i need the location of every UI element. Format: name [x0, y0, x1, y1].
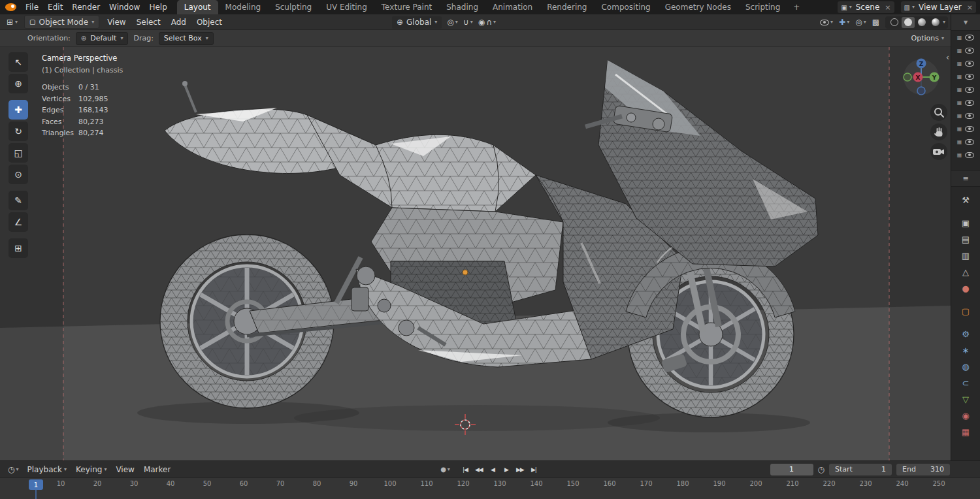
chevron-down-icon[interactable]: ▾ [849, 5, 852, 10]
properties-tab-object[interactable]: ▢ [955, 303, 977, 319]
transport-play-reverse[interactable]: ◀ [487, 463, 498, 475]
hide-in-viewport-eye-icon[interactable] [965, 87, 974, 93]
workspace-tab[interactable]: Animation [485, 0, 540, 14]
hide-in-viewport-eye-icon[interactable] [965, 126, 974, 132]
unlink-scene-icon[interactable]: × [883, 3, 890, 12]
chevron-down-icon[interactable]: ▾ [943, 20, 945, 25]
snap-controls[interactable]: ∪ ▾ [463, 18, 473, 26]
gizmo-negative-z[interactable] [917, 87, 925, 95]
workspace-tab[interactable]: Shading [439, 0, 485, 14]
hide-in-viewport-eye-icon[interactable] [965, 61, 974, 67]
filter-icon[interactable]: ▼ [964, 20, 968, 25]
timeline-menu[interactable]: Keying ▾ [71, 465, 111, 474]
transport-next-keyframe[interactable]: ▶▶ [514, 463, 526, 475]
app-menu[interactable]: Window [105, 3, 144, 12]
proportional-editing-controls[interactable]: ◉ ∩ ▾ [478, 18, 496, 26]
timeline-menu[interactable]: Marker [139, 465, 175, 474]
outliner-row[interactable]: ▦ [951, 109, 980, 122]
snap-magnet-icon[interactable]: ∪ [463, 18, 469, 26]
transport-jump-to-end[interactable]: ▶| [528, 463, 540, 475]
hide-in-viewport-eye-icon[interactable] [965, 74, 974, 80]
workspace-tab[interactable]: Sculpting [268, 0, 319, 14]
mode-dropdown[interactable]: ▢ Object Mode ▾ [24, 15, 99, 29]
properties-tab-world[interactable]: ● [955, 280, 977, 297]
properties-tab-constraints[interactable]: ⊂ [955, 375, 977, 391]
chevron-down-icon[interactable]: ▾ [493, 20, 496, 25]
transport-jump-to-start[interactable]: |◀ [459, 463, 471, 475]
viewport-menu[interactable]: Select [131, 18, 166, 27]
viewport-menu[interactable]: Object [191, 18, 227, 27]
transport-play[interactable]: ▶ [500, 463, 512, 475]
workspace-tab[interactable]: Texture Paint [374, 0, 439, 14]
properties-tab-texture[interactable]: ▦ [955, 424, 977, 440]
properties-tab-render[interactable]: ▣ [955, 215, 977, 231]
outliner-row[interactable]: ▦ [951, 148, 980, 161]
viewport-menu[interactable]: View [102, 18, 131, 27]
app-menu[interactable]: File [21, 3, 43, 12]
outliner-row[interactable]: ▦ [951, 44, 980, 57]
outliner-row[interactable]: ▦ [951, 122, 980, 135]
proportional-editing-icon[interactable]: ◉ [478, 18, 485, 26]
app-menu[interactable]: Render [67, 3, 105, 12]
remove-view-layer-icon[interactable]: × [966, 3, 973, 12]
auto-keying-button[interactable]: ● ▾ [440, 466, 450, 473]
properties-tab-tool[interactable]: ⚒ [955, 192, 977, 208]
zoom-button[interactable] [930, 104, 947, 121]
properties-tab-output[interactable]: ▤ [955, 231, 977, 248]
outliner-row[interactable]: ▦ [951, 135, 980, 148]
tool-cursor[interactable]: ⊕ [8, 74, 28, 93]
properties-tab-modifiers[interactable]: ⚙ [955, 326, 977, 342]
shading-rendered-button[interactable] [929, 17, 942, 28]
orientation-default-dropdown[interactable]: ⊕ Default ▾ [76, 32, 129, 45]
frame-end-field[interactable]: End 310 [896, 464, 950, 475]
frame-start-field[interactable]: Start 1 [829, 464, 892, 475]
timeline-editor-type-button[interactable]: ◷ ▾ [4, 465, 23, 474]
tool-rotate[interactable]: ↻ [8, 121, 28, 141]
hide-in-viewport-eye-icon[interactable] [965, 113, 974, 119]
properties-tab-object-data[interactable]: ▽ [955, 391, 977, 408]
current-frame-field[interactable]: 1 [770, 464, 813, 475]
outliner-row[interactable]: ▦ [951, 96, 980, 109]
app-menu[interactable]: Edit [43, 3, 67, 12]
timeline-menu[interactable]: Playback ▾ [23, 465, 72, 474]
viewport-3d-scene[interactable] [0, 47, 951, 460]
workspace-tab[interactable]: Compositing [594, 0, 657, 14]
object-type-visibility-dropdown[interactable]: ▾ [820, 20, 833, 25]
drag-dropdown[interactable]: Select Box ▾ [159, 32, 214, 45]
shading-solid-button[interactable] [902, 17, 915, 28]
add-workspace-button[interactable]: + [787, 3, 806, 12]
viewport-menu[interactable]: Add [166, 18, 191, 27]
outliner-row[interactable]: ▦ [951, 31, 980, 44]
timeline-ruler[interactable]: 1020304050607080901001101201301401501601… [0, 477, 980, 499]
tool-measure[interactable]: ∠ [8, 212, 28, 232]
workspace-tab[interactable]: Layout [177, 0, 218, 14]
properties-tab-view-layer[interactable]: ▥ [955, 248, 977, 264]
view-layer-selector[interactable]: ▥ ▾ View Layer × [901, 1, 976, 13]
navigation-gizmo[interactable]: Z Y X [900, 56, 942, 98]
workspace-tab[interactable]: UV Editing [319, 0, 374, 14]
tool-scale[interactable]: ◱ [8, 143, 28, 163]
properties-tab-particles[interactable]: ∗ [955, 342, 977, 359]
hide-in-viewport-eye-icon[interactable] [965, 152, 974, 158]
workspace-tab[interactable]: Rendering [540, 0, 594, 14]
pivot-dropdown[interactable]: ◎ ▾ [447, 18, 458, 26]
hide-in-viewport-eye-icon[interactable] [965, 139, 974, 145]
scene-selector[interactable]: ▣ ▾ Scene × [838, 1, 894, 13]
workspace-tab[interactable]: Modeling [218, 0, 269, 14]
orientation-dropdown[interactable]: ⊕ Global ▾ [392, 16, 442, 29]
viewport-canvas[interactable]: ↖ ⊕ ✚ ↻ ◱ ⊙ ✎ ∠ ⊞ [0, 47, 951, 460]
scene-browse-icon[interactable]: ▣ [841, 4, 847, 11]
properties-tab-scene[interactable]: △ [955, 264, 977, 280]
outliner-row[interactable]: ▦ [951, 70, 980, 83]
editor-type-button[interactable]: ⊞ ▾ [3, 18, 22, 26]
preview-range-clock-icon[interactable]: ◷ [818, 465, 825, 474]
toggle-xray-icon[interactable]: ▩ [872, 18, 879, 26]
tool-select-box[interactable]: ↖ [8, 52, 28, 72]
tool-transform[interactable]: ⊙ [8, 165, 28, 184]
properties-tab-material[interactable]: ◉ [955, 408, 977, 424]
hide-in-viewport-eye-icon[interactable] [965, 100, 974, 106]
sidebar-collapse-icon[interactable]: ‹ [946, 52, 949, 62]
workspace-tab[interactable]: Geometry Nodes [658, 0, 738, 14]
playhead[interactable]: 1 [29, 479, 43, 490]
app-menu[interactable]: Help [144, 3, 171, 12]
